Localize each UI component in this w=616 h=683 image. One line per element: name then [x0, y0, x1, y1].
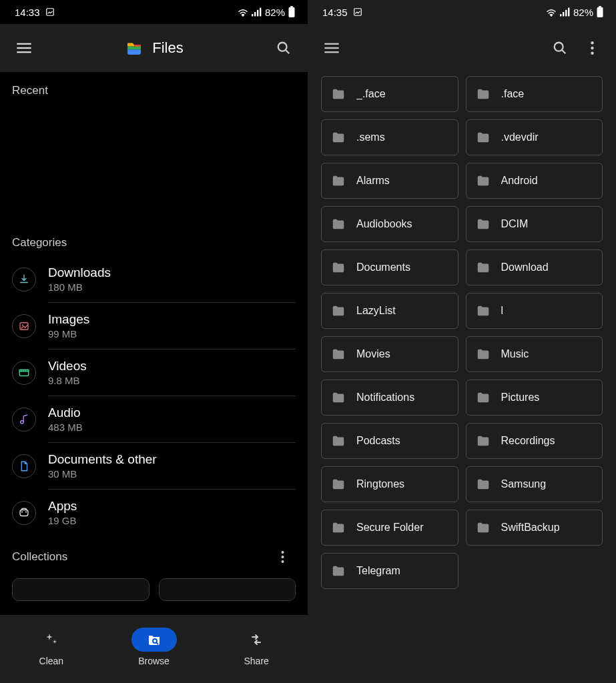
- file-browser-screen: 14:35 82% _.face.f: [308, 0, 616, 683]
- svg-point-42: [591, 52, 593, 55]
- category-apps[interactable]: Apps19 GB: [12, 490, 296, 536]
- folder-icon: [476, 130, 491, 145]
- svg-point-23: [281, 551, 284, 554]
- svg-rect-6: [289, 7, 295, 17]
- folder-name: Android: [501, 175, 538, 187]
- svg-rect-22: [20, 510, 28, 516]
- folder-item[interactable]: Ringtones: [321, 466, 458, 502]
- video-icon: [12, 361, 36, 385]
- categories-header: Categories: [12, 224, 296, 256]
- category-name: Audio: [48, 406, 83, 420]
- category-doc[interactable]: Documents & other30 MB: [12, 443, 296, 489]
- folder-item[interactable]: LazyList: [321, 293, 458, 329]
- folder-icon: [331, 87, 346, 101]
- folder-item[interactable]: Download: [466, 249, 603, 285]
- svg-rect-29: [560, 14, 561, 16]
- folder-icon: [331, 173, 346, 188]
- nav-sparkle[interactable]: Clean: [0, 628, 103, 666]
- folder-item[interactable]: Movies: [321, 336, 458, 372]
- folder-icon: [476, 260, 491, 275]
- folder-item[interactable]: Documents: [321, 249, 458, 285]
- folder-item[interactable]: _.face: [321, 76, 458, 112]
- folder-name: Notifications: [356, 392, 414, 404]
- folder-name: Music: [501, 348, 529, 360]
- toolbar: Files: [0, 24, 308, 72]
- folder-icon: [476, 173, 491, 188]
- svg-rect-30: [563, 12, 564, 16]
- category-image[interactable]: Images99 MB: [12, 303, 296, 349]
- folder-item[interactable]: .vdevdir: [466, 119, 603, 155]
- svg-rect-3: [257, 10, 258, 17]
- svg-point-10: [278, 43, 287, 51]
- folder-icon: [476, 520, 491, 535]
- folder-item[interactable]: .sems: [321, 119, 458, 155]
- nav-label: Browse: [138, 656, 170, 666]
- folder-icon: [331, 303, 346, 318]
- browse-icon: [131, 628, 177, 652]
- svg-point-21: [25, 511, 27, 512]
- folder-item[interactable]: Android: [466, 163, 603, 199]
- search-button[interactable]: [544, 32, 576, 64]
- nav-share[interactable]: Share: [205, 628, 308, 666]
- folder-name: DCIM: [501, 218, 529, 230]
- folder-item[interactable]: Samsung: [466, 466, 603, 502]
- collection-card[interactable]: [159, 578, 296, 601]
- folder-name: .sems: [356, 131, 385, 143]
- files-app-logo-icon: [124, 38, 144, 58]
- category-name: Documents & other: [48, 452, 157, 467]
- folder-item[interactable]: Secure Folder: [321, 510, 458, 546]
- svg-rect-1: [252, 14, 253, 16]
- folder-icon: [331, 217, 346, 231]
- folder-item[interactable]: Notifications: [321, 380, 458, 416]
- svg-rect-4: [260, 8, 261, 17]
- folder-item[interactable]: Telegram: [321, 553, 458, 589]
- category-size: 180 MB: [48, 281, 111, 293]
- sparkle-icon: [29, 628, 74, 652]
- folder-icon: [476, 303, 491, 318]
- folder-icon: [331, 260, 346, 275]
- nav-browse[interactable]: Browse: [103, 628, 206, 666]
- svg-point-20: [21, 511, 23, 512]
- collection-card[interactable]: [12, 578, 149, 601]
- folder-item[interactable]: SwiftBackup: [466, 510, 603, 546]
- folder-name: Download: [501, 261, 549, 273]
- category-download[interactable]: Downloads180 MB: [12, 256, 296, 302]
- hamburger-menu-button[interactable]: [316, 32, 348, 64]
- status-bar: 14:33 82%: [0, 0, 308, 24]
- folder-name: Pictures: [501, 392, 540, 404]
- svg-line-11: [286, 50, 290, 54]
- collections-more-button[interactable]: [273, 548, 292, 566]
- folder-item[interactable]: Podcasts: [321, 423, 458, 459]
- category-audio[interactable]: Audio483 MB: [12, 396, 296, 442]
- svg-rect-0: [46, 9, 53, 16]
- category-name: Apps: [48, 499, 77, 514]
- toolbar-title: Files: [152, 39, 183, 57]
- folder-item[interactable]: Recordings: [466, 423, 603, 459]
- more-button[interactable]: [576, 32, 608, 64]
- folder-item[interactable]: Alarms: [321, 163, 458, 199]
- folder-item[interactable]: Pictures: [466, 380, 603, 416]
- svg-point-40: [591, 41, 593, 44]
- svg-rect-34: [597, 7, 603, 17]
- svg-point-38: [555, 43, 563, 51]
- toolbar: [308, 24, 616, 72]
- folder-item[interactable]: l: [466, 293, 603, 329]
- folder-item[interactable]: Audiobooks: [321, 206, 458, 242]
- folder-name: Samsung: [501, 478, 547, 490]
- folder-icon: [331, 477, 346, 492]
- category-name: Images: [48, 312, 89, 327]
- folder-name: Podcasts: [356, 435, 400, 447]
- folder-name: Movies: [356, 348, 390, 360]
- category-video[interactable]: Videos9.8 MB: [12, 350, 296, 396]
- nav-label: Clean: [39, 656, 64, 666]
- folder-item[interactable]: Music: [466, 336, 603, 372]
- search-button[interactable]: [268, 32, 300, 64]
- nav-label: Share: [244, 656, 269, 666]
- folder-item[interactable]: DCIM: [466, 206, 603, 242]
- folder-icon: [476, 347, 491, 362]
- hamburger-menu-button[interactable]: [8, 32, 40, 64]
- signal-icon: [560, 7, 571, 17]
- folder-name: Ringtones: [356, 478, 404, 490]
- recent-empty-area: [12, 104, 296, 224]
- folder-item[interactable]: .face: [466, 76, 603, 112]
